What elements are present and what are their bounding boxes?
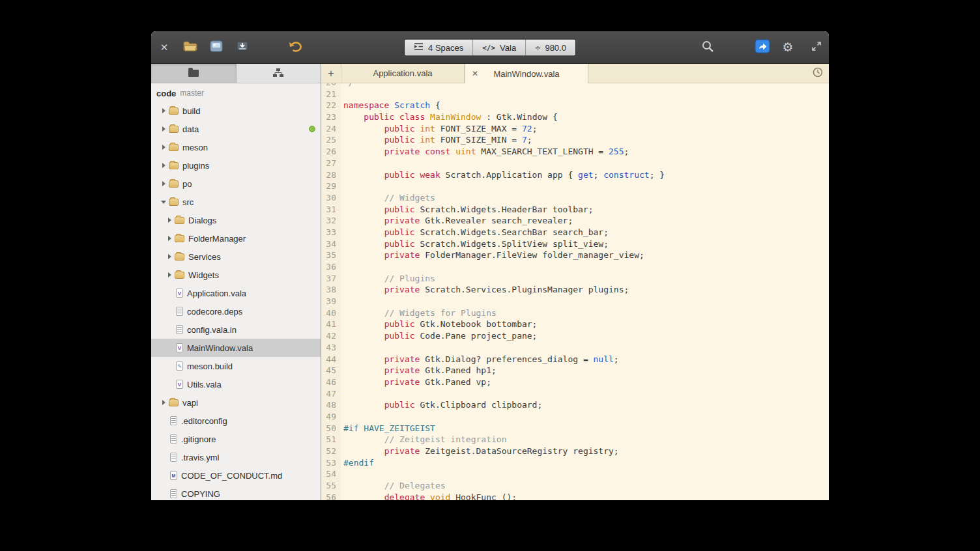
indent-spacer [166, 307, 175, 316]
tab-label: Application.vala [373, 68, 432, 78]
code-editor[interactable]: 2021222324252627282930313233343536373839… [321, 83, 829, 500]
tree-item-label: plugins [182, 161, 209, 171]
line-number: 20 [321, 83, 336, 89]
open-folder-button[interactable] [182, 40, 198, 55]
expand-arrow-icon[interactable] [160, 106, 169, 115]
tree-folder-Widgets[interactable]: Widgets [151, 266, 321, 284]
folder-icon [169, 399, 179, 406]
tree-folder-Services[interactable]: Services [151, 247, 321, 266]
outline-panel-icon [273, 68, 283, 79]
project-panel-tab[interactable] [151, 64, 236, 83]
tree-folder-po[interactable]: po [151, 175, 321, 193]
tree-file-codecore.deps[interactable]: codecore.deps [151, 302, 321, 320]
new-tab-button[interactable]: + [321, 64, 341, 83]
code-line-33: public Scratch.Widgets.SearchBar search_… [343, 227, 665, 238]
expand-arrow-icon[interactable] [166, 252, 175, 261]
history-button[interactable] [807, 64, 829, 83]
document-settings-group: 4 Spaces </> Vala ÷ 980.0 [404, 38, 576, 56]
line-number: 39 [321, 296, 336, 307]
tab-Application.vala[interactable]: Application.vala [341, 64, 465, 83]
expand-arrow-icon[interactable] [160, 179, 169, 188]
tree-file-.travis.yml[interactable]: .travis.yml [151, 448, 321, 466]
tree-file-Utils.vala[interactable]: VUtils.vala [151, 375, 321, 393]
folder-icon [169, 107, 179, 115]
search-button[interactable] [700, 40, 715, 55]
tree-item-label: FolderManager [188, 234, 246, 244]
tree-item-label: Application.vala [187, 289, 246, 298]
templates-button[interactable] [209, 40, 224, 55]
expand-arrow-icon[interactable] [166, 270, 175, 279]
expand-arrow-icon[interactable] [160, 143, 169, 152]
code-editor-window: ✕ [151, 31, 829, 500]
folder-icon [175, 217, 184, 224]
expand-arrow-icon[interactable] [160, 124, 169, 134]
editor-column: + Application.vala✕MainWindow.vala 20 [321, 64, 829, 500]
line-number: 43 [321, 342, 336, 354]
outline-panel-tab[interactable] [236, 64, 321, 83]
code-line-30: // Widgets [343, 192, 665, 204]
close-tab-button[interactable]: ✕ [472, 69, 478, 78]
share-icon [755, 39, 770, 55]
project-root[interactable]: code master [151, 85, 321, 102]
indent-spacer [166, 361, 175, 371]
indent-icon [414, 42, 424, 52]
file-tree: code master builddatamesonpluginsposrcDi… [151, 83, 321, 500]
line-number: 41 [321, 318, 336, 330]
modified-indicator [309, 126, 315, 132]
folder-icon [169, 180, 179, 188]
tree-file-.editorconfig[interactable]: .editorconfig [151, 412, 321, 430]
line-number: 46 [321, 376, 336, 388]
fullscreen-button[interactable] [809, 40, 824, 55]
indent-spacer [160, 489, 169, 498]
text-file-icon [170, 489, 177, 498]
language-button[interactable]: </> Vala [473, 39, 526, 55]
gear-icon: ⚙ [782, 41, 793, 53]
tree-folder-src[interactable]: src [151, 193, 321, 211]
line-number: 30 [321, 192, 336, 204]
tree-folder-plugins[interactable]: plugins [151, 156, 321, 175]
tree-item-label: src [182, 197, 194, 207]
tree-folder-build[interactable]: build [151, 102, 321, 120]
code-line-50: #if HAVE_ZEITGEIST [343, 423, 665, 434]
revert-button[interactable] [287, 40, 303, 55]
code-line-23: public class MainWindow : Gtk.Window { [343, 111, 665, 123]
build-file-icon: ✎ [176, 361, 183, 371]
line-number: 25 [321, 134, 336, 146]
search-icon [701, 40, 714, 55]
git-branch-label: master [180, 89, 204, 98]
code-line-49 [343, 411, 665, 423]
tree-file-COPYING[interactable]: COPYING [151, 485, 321, 500]
tree-file-CODE_OF_CONDUCT.md[interactable]: MCODE_OF_CONDUCT.md [151, 466, 321, 485]
text-file-icon [170, 416, 177, 425]
language-label: Vala [500, 42, 516, 52]
line-fraction-icon: ÷ [535, 42, 540, 52]
expand-arrow-icon[interactable] [166, 216, 175, 225]
code-line-54 [343, 468, 665, 480]
project-name: code [156, 89, 176, 98]
goto-line-button[interactable]: ÷ 980.0 [526, 39, 575, 55]
expand-arrow-icon[interactable] [166, 234, 175, 243]
tree-folder-Dialogs[interactable]: Dialogs [151, 211, 321, 229]
tree-file-config.vala.in[interactable]: config.vala.in [151, 320, 321, 339]
settings-button[interactable]: ⚙ [780, 40, 796, 55]
save-as-button[interactable] [235, 40, 250, 55]
tree-folder-meson[interactable]: meson [151, 138, 321, 156]
collapse-arrow-icon[interactable] [160, 197, 169, 206]
expand-arrow-icon[interactable] [160, 161, 169, 170]
share-button[interactable] [755, 40, 770, 55]
tree-file-Application.vala[interactable]: VApplication.vala [151, 284, 321, 302]
code-line-24: public int FONT_SIZE_MAX = 72; [343, 123, 665, 135]
tab-MainWindow.vala[interactable]: ✕MainWindow.vala [465, 64, 588, 83]
tree-folder-data[interactable]: data [151, 120, 321, 138]
tree-folder-vapi[interactable]: vapi [151, 393, 321, 412]
tree-file-meson.build[interactable]: ✎meson.build [151, 357, 321, 375]
indent-spacer [160, 453, 169, 462]
close-window-button[interactable]: ✕ [156, 40, 172, 55]
tree-file-MainWindow.vala[interactable]: VMainWindow.vala [151, 339, 321, 357]
tree-folder-FolderManager[interactable]: FolderManager [151, 229, 321, 247]
indent-width-button[interactable]: 4 Spaces [405, 39, 473, 55]
header-right-group: ⚙ [700, 40, 829, 55]
tree-file-.gitignore[interactable]: .gitignore [151, 430, 321, 448]
expand-arrow-icon[interactable] [160, 398, 169, 407]
code-line-42: public Code.Pane project_pane; [343, 330, 665, 342]
